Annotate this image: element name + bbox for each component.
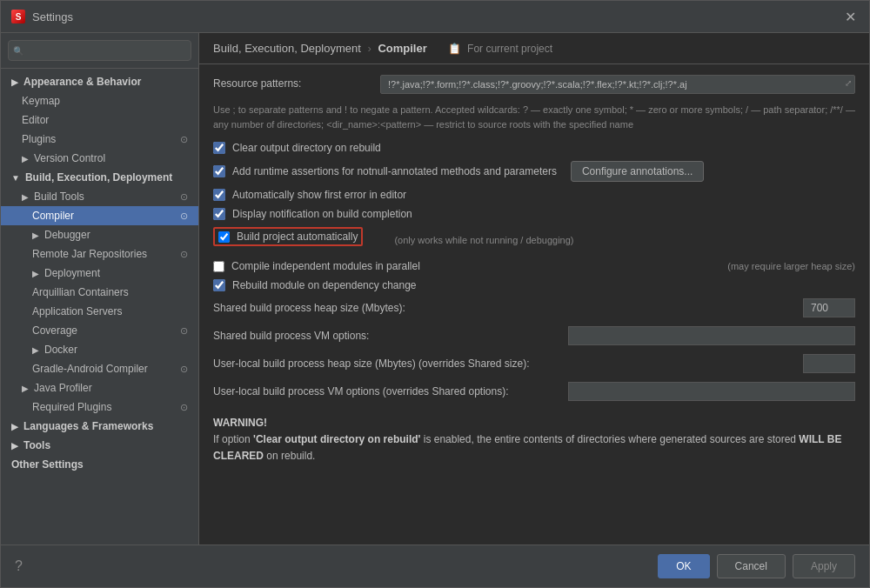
expand-icon: ⤢	[845, 78, 852, 88]
ok-button[interactable]: OK	[658, 554, 709, 578]
resource-patterns-label: Resource patterns:	[213, 75, 370, 90]
sidebar-item-version-control[interactable]: ▶ Version Control	[1, 149, 198, 168]
sidebar-item-keymap[interactable]: Keymap	[1, 91, 198, 110]
resource-patterns-info: Use ; to separate patterns and ! to nega…	[213, 103, 855, 131]
auto-show-error-checkbox[interactable]	[213, 189, 225, 201]
warning-box: WARNING! If option 'Clear output directo…	[213, 415, 855, 465]
warning-text-content: If option 'Clear output directory on reb…	[213, 433, 841, 462]
add-runtime-label: Add runtime assertions for notnull-annot…	[232, 165, 557, 177]
expand-arrow-icon: ▶	[22, 154, 29, 164]
clear-output-checkbox[interactable]	[213, 142, 225, 154]
build-auto-note: (only works while not running / debuggin…	[377, 235, 573, 245]
add-runtime-checkbox[interactable]	[213, 165, 225, 177]
shared-vm-input[interactable]	[568, 326, 855, 345]
breadcrumb: Build, Execution, Deployment › Compiler	[213, 42, 427, 55]
expand-arrow-icon: ▶	[11, 77, 18, 87]
sidebar-item-label: Tools	[23, 439, 50, 451]
build-auto-highlight: Build project automatically	[213, 227, 363, 246]
cancel-button[interactable]: Cancel	[717, 554, 786, 578]
sidebar-item-label: Arquillian Containers	[32, 286, 129, 298]
resource-patterns-row: Resource patterns: !?*.java;!?*.form;!?*…	[213, 75, 855, 94]
main-content: ▶ Appearance & Behavior Keymap Editor Pl…	[1, 33, 869, 545]
sidebar-item-compiler[interactable]: Compiler ⊙	[1, 206, 198, 225]
window-title: Settings	[32, 10, 73, 23]
build-auto-checkbox[interactable]	[218, 231, 230, 243]
rebuild-module-label: Rebuild module on dependency change	[232, 279, 417, 291]
sidebar-item-editor[interactable]: Editor	[1, 110, 198, 130]
close-button[interactable]: ✕	[841, 8, 859, 25]
expand-arrow-icon: ▼	[11, 173, 20, 183]
sidebar-item-required-plugins[interactable]: Required Plugins ⊙	[1, 398, 198, 417]
title-bar-left: S Settings	[11, 10, 73, 23]
sidebar-item-label: Java Profiler	[34, 382, 92, 394]
compile-parallel-row: Compile independent modules in parallel …	[213, 260, 855, 272]
clear-output-label: Clear output directory on rebuild	[232, 142, 381, 154]
sidebar-item-tools[interactable]: ▶ Tools	[1, 436, 198, 455]
sidebar-item-build-tools[interactable]: ▶ Build Tools ⊙	[1, 187, 198, 206]
shared-vm-label: Shared build process VM options:	[213, 330, 558, 342]
search-wrapper	[8, 40, 191, 61]
sidebar-item-label: Docker	[44, 344, 77, 356]
sidebar-item-deployment[interactable]: ▶ Deployment	[1, 264, 198, 283]
shared-heap-input[interactable]	[803, 298, 855, 317]
sidebar-item-debugger[interactable]: ▶ Debugger	[1, 225, 198, 244]
for-project-label: 📋 For current project	[448, 43, 552, 55]
warning-text: If option 'Clear output directory on reb…	[213, 431, 855, 464]
display-notification-checkbox[interactable]	[213, 208, 225, 220]
sidebar-item-remote-jar[interactable]: Remote Jar Repositories ⊙	[1, 244, 198, 264]
sidebar-item-label: Required Plugins	[32, 401, 111, 413]
sidebar-item-gradle-android[interactable]: Gradle-Android Compiler ⊙	[1, 359, 198, 378]
user-heap-input[interactable]	[803, 354, 855, 373]
search-box	[1, 33, 198, 69]
sidebar-item-label: Gradle-Android Compiler	[32, 363, 148, 375]
copy-icon: ⊙	[180, 325, 188, 337]
shared-vm-row: Shared build process VM options:	[213, 326, 855, 345]
content-body: Resource patterns: !?*.java;!?*.form;!?*…	[199, 64, 869, 545]
sidebar-item-app-servers[interactable]: Application Servers	[1, 302, 198, 321]
sidebar-item-label: Application Servers	[32, 305, 122, 317]
resource-patterns-wrapper: !?*.java;!?*.form;!?*.class;!?*.groovy;!…	[380, 75, 855, 94]
sidebar-item-build-exec[interactable]: ▼ Build, Execution, Deployment	[1, 168, 198, 187]
copy-icon: ⊙	[180, 191, 188, 203]
sidebar-item-label: Version Control	[34, 152, 105, 164]
nav-tree: ▶ Appearance & Behavior Keymap Editor Pl…	[1, 69, 198, 545]
sidebar-item-java-profiler[interactable]: ▶ Java Profiler	[1, 378, 198, 398]
resource-patterns-value[interactable]: !?*.java;!?*.form;!?*.class;!?*.groovy;!…	[380, 75, 855, 94]
search-input[interactable]	[8, 40, 191, 61]
help-icon: ?	[15, 558, 23, 573]
sidebar-item-coverage[interactable]: Coverage ⊙	[1, 321, 198, 340]
sidebar-item-appearance[interactable]: ▶ Appearance & Behavior	[1, 72, 198, 91]
expand-arrow-icon: ▶	[32, 269, 39, 278]
sidebar-item-label: Plugins	[22, 133, 56, 145]
apply-button[interactable]: Apply	[793, 554, 855, 578]
build-auto-label: Build project automatically	[237, 231, 358, 243]
sidebar-item-arquillian[interactable]: Arquillian Containers	[1, 283, 198, 302]
rebuild-module-checkbox[interactable]	[213, 279, 225, 291]
breadcrumb-part2: Compiler	[378, 42, 426, 55]
expand-arrow-icon: ▶	[22, 192, 29, 202]
auto-show-error-label: Automatically show first error in editor	[232, 189, 406, 201]
sidebar-item-other-settings[interactable]: Other Settings	[1, 455, 198, 474]
user-vm-input[interactable]	[568, 382, 855, 401]
add-runtime-row: Add runtime assertions for notnull-annot…	[213, 161, 855, 182]
expand-arrow-icon: ▶	[32, 345, 39, 355]
help-button[interactable]: ?	[15, 558, 23, 574]
content-area: Build, Execution, Deployment › Compiler …	[199, 33, 869, 545]
sidebar-item-label: Deployment	[44, 267, 100, 279]
user-heap-row: User-local build process heap size (Mbyt…	[213, 354, 855, 373]
copy-icon: ⊙	[180, 210, 188, 222]
compile-parallel-checkbox[interactable]	[213, 261, 224, 272]
expand-arrow-icon: ▶	[22, 384, 29, 393]
copy-icon: ⊙	[180, 134, 188, 145]
user-vm-row: User-local build process VM options (ove…	[213, 382, 855, 401]
app-icon: S	[11, 10, 25, 23]
sidebar: ▶ Appearance & Behavior Keymap Editor Pl…	[1, 33, 199, 545]
user-vm-label: User-local build process VM options (ove…	[213, 385, 558, 398]
compile-parallel-note: (may require larger heap size)	[710, 261, 855, 271]
sidebar-item-label: Remote Jar Repositories	[32, 248, 147, 260]
sidebar-item-plugins[interactable]: Plugins ⊙	[1, 130, 198, 149]
sidebar-item-docker[interactable]: ▶ Docker	[1, 340, 198, 359]
configure-annotations-button[interactable]: Configure annotations...	[571, 161, 704, 182]
footer-buttons: OK Cancel Apply	[658, 554, 855, 578]
sidebar-item-languages[interactable]: ▶ Languages & Frameworks	[1, 417, 198, 436]
